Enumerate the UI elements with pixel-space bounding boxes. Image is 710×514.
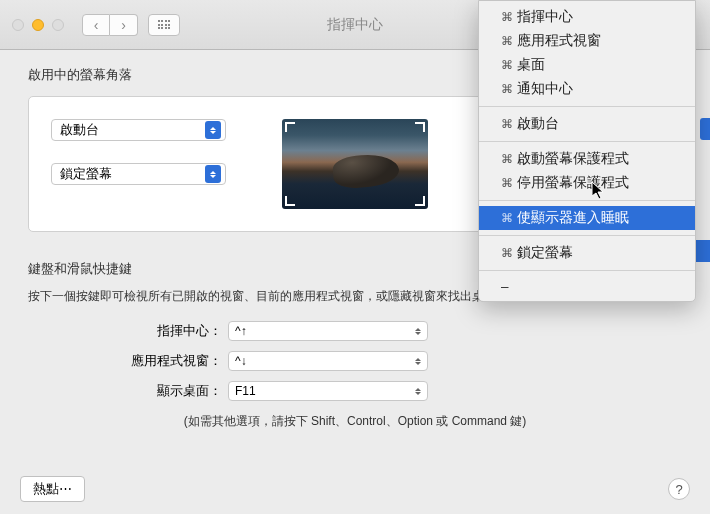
top-left-corner-dropdown[interactable]: 啟動台 bbox=[51, 119, 226, 141]
menu-separator bbox=[479, 141, 695, 142]
grid-icon bbox=[158, 20, 171, 29]
command-icon: ⌘ bbox=[501, 246, 513, 260]
menu-item-launchpad[interactable]: ⌘啟動台 bbox=[479, 112, 695, 136]
corner-marker-icon bbox=[411, 122, 425, 136]
updown-arrows-icon bbox=[415, 358, 421, 365]
help-button[interactable]: ? bbox=[668, 478, 690, 500]
dropdown-edge-icon bbox=[700, 118, 710, 140]
menu-separator bbox=[479, 270, 695, 271]
forward-button[interactable]: › bbox=[110, 14, 138, 36]
menu-item-label: – bbox=[501, 279, 509, 294]
command-icon: ⌘ bbox=[501, 176, 513, 190]
app-windows-shortcut-select[interactable]: ^↓ bbox=[228, 351, 428, 371]
menu-separator bbox=[479, 106, 695, 107]
menu-item-disable-screensaver[interactable]: ⌘停用螢幕保護程式 bbox=[479, 171, 695, 195]
show-desktop-shortcut-select[interactable]: F11 bbox=[228, 381, 428, 401]
menu-separator bbox=[479, 200, 695, 201]
show-all-button[interactable] bbox=[148, 14, 180, 36]
chevron-left-icon: ‹ bbox=[94, 17, 99, 33]
corner-marker-icon bbox=[285, 122, 299, 136]
screen-preview bbox=[244, 119, 466, 209]
dropdown-value: 啟動台 bbox=[60, 121, 99, 139]
menu-item-desktop[interactable]: ⌘桌面 bbox=[479, 53, 695, 77]
menu-separator bbox=[479, 235, 695, 236]
minimize-window-button[interactable] bbox=[32, 19, 44, 31]
command-icon: ⌘ bbox=[501, 10, 513, 24]
command-icon: ⌘ bbox=[501, 34, 513, 48]
corner-action-menu: ⌘指揮中心 ⌘應用程式視窗 ⌘桌面 ⌘通知中心 ⌘啟動台 ⌘啟動螢幕保護程式 ⌘… bbox=[478, 0, 696, 302]
command-icon: ⌘ bbox=[501, 211, 513, 225]
mission-control-label: 指揮中心： bbox=[28, 322, 228, 340]
updown-arrows-icon bbox=[415, 328, 421, 335]
menu-item-label: 鎖定螢幕 bbox=[517, 244, 573, 262]
menu-item-display-sleep[interactable]: ⌘使顯示器進入睡眠 bbox=[479, 206, 695, 230]
command-icon: ⌘ bbox=[501, 58, 513, 72]
zoom-window-button[interactable] bbox=[52, 19, 64, 31]
keyboard-hint: (如需其他選項，請按下 Shift、Control、Option 或 Comma… bbox=[28, 413, 682, 430]
menu-item-label: 桌面 bbox=[517, 56, 545, 74]
menu-item-app-windows[interactable]: ⌘應用程式視窗 bbox=[479, 29, 695, 53]
updown-arrows-icon bbox=[415, 388, 421, 395]
menu-item-notification-center[interactable]: ⌘通知中心 bbox=[479, 77, 695, 101]
menu-item-label: 停用螢幕保護程式 bbox=[517, 174, 629, 192]
window-title: 指揮中心 bbox=[327, 16, 383, 34]
menu-item-label: 指揮中心 bbox=[517, 8, 573, 26]
chevron-right-icon: › bbox=[121, 17, 126, 33]
mission-control-shortcut-select[interactable]: ^↑ bbox=[228, 321, 428, 341]
menu-item-lock-screen[interactable]: ⌘鎖定螢幕 bbox=[479, 241, 695, 265]
desktop-preview-image bbox=[282, 119, 428, 209]
select-value: ^↑ bbox=[235, 324, 247, 338]
back-button[interactable]: ‹ bbox=[82, 14, 110, 36]
menu-item-start-screensaver[interactable]: ⌘啟動螢幕保護程式 bbox=[479, 147, 695, 171]
menu-item-none[interactable]: – bbox=[479, 276, 695, 297]
footer: 熱點⋯ ? bbox=[20, 476, 690, 502]
menu-item-label: 應用程式視窗 bbox=[517, 32, 601, 50]
command-icon: ⌘ bbox=[501, 152, 513, 166]
app-windows-label: 應用程式視窗： bbox=[28, 352, 228, 370]
menu-item-label: 通知中心 bbox=[517, 80, 573, 98]
updown-arrows-icon bbox=[205, 165, 221, 183]
nav-buttons: ‹ › bbox=[82, 14, 138, 36]
hot-corners-button[interactable]: 熱點⋯ bbox=[20, 476, 85, 502]
show-desktop-label: 顯示桌面： bbox=[28, 382, 228, 400]
corner-marker-icon bbox=[411, 192, 425, 206]
menu-item-label: 使顯示器進入睡眠 bbox=[517, 209, 629, 227]
command-icon: ⌘ bbox=[501, 117, 513, 131]
select-value: ^↓ bbox=[235, 354, 247, 368]
updown-arrows-icon bbox=[205, 121, 221, 139]
help-icon: ? bbox=[675, 482, 682, 497]
menu-item-label: 啟動台 bbox=[517, 115, 559, 133]
corner-marker-icon bbox=[285, 192, 299, 206]
close-window-button[interactable] bbox=[12, 19, 24, 31]
traffic-lights bbox=[12, 19, 64, 31]
menu-item-label: 啟動螢幕保護程式 bbox=[517, 150, 629, 168]
bottom-left-corner-dropdown[interactable]: 鎖定螢幕 bbox=[51, 163, 226, 185]
select-value: F11 bbox=[235, 384, 256, 398]
menu-item-mission-control[interactable]: ⌘指揮中心 bbox=[479, 5, 695, 29]
command-icon: ⌘ bbox=[501, 82, 513, 96]
dropdown-value: 鎖定螢幕 bbox=[60, 165, 112, 183]
